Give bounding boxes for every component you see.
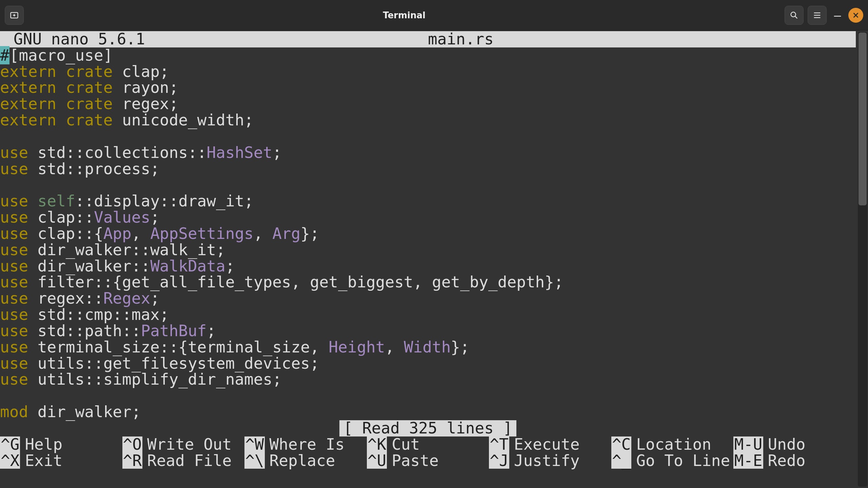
help-row-2: ^XExit ^RRead File ^\Replace ^UPaste ^JJ… [0, 453, 856, 469]
help-location: ^CLocation [611, 436, 734, 453]
window-title: Terminal [24, 10, 785, 20]
nano-status-text: [ Read 325 lines ] [339, 420, 517, 436]
help-row-1: ^GHelp ^OWrite Out ^WWhere Is ^KCut ^TEx… [0, 436, 856, 453]
help-paste: ^UPaste [367, 453, 489, 469]
help-execute: ^TExecute [489, 436, 611, 453]
svg-line-4 [795, 16, 797, 18]
help-writeout: ^OWrite Out [122, 436, 245, 453]
menu-button[interactable] [808, 6, 827, 25]
nano-status-line: [ Read 325 lines ] [0, 420, 856, 436]
terminal-viewport[interactable]: GNU nano 5.6.1 main.rs #[macro_use] exte… [0, 30, 868, 488]
scrollbar-thumb[interactable] [859, 33, 867, 205]
nano-filename: main.rs [428, 31, 494, 47]
help-gotoline: ^_Go To Line [611, 453, 734, 469]
nano-header: GNU nano 5.6.1 main.rs [0, 31, 856, 47]
help-help: ^GHelp [0, 436, 122, 453]
hamburger-icon [812, 11, 822, 20]
nano-help-bar: ^GHelp ^OWrite Out ^WWhere Is ^KCut ^TEx… [0, 436, 856, 469]
help-replace: ^\Replace [244, 453, 367, 469]
help-exit: ^XExit [0, 453, 122, 469]
svg-point-3 [791, 12, 796, 17]
help-whereis: ^WWhere Is [244, 436, 367, 453]
new-tab-icon [9, 11, 19, 20]
new-tab-button[interactable] [5, 6, 24, 25]
nano-version: GNU nano 5.6.1 [1, 31, 428, 47]
scrollbar[interactable] [858, 32, 867, 487]
minimize-button[interactable]: – [831, 8, 844, 22]
close-button[interactable] [848, 8, 863, 23]
help-undo: M-UUndo [733, 436, 856, 453]
close-icon [852, 12, 860, 19]
cursor: # [0, 46, 9, 64]
editor-content[interactable]: #[macro_use] extern crate clap; extern c… [0, 47, 856, 420]
help-cut: ^KCut [367, 436, 489, 453]
help-justify: ^JJustify [489, 453, 611, 469]
search-button[interactable] [785, 6, 804, 25]
search-icon [789, 11, 799, 20]
terminal-window: Terminal – GNU nano 5.6.1 main.rs #[macr… [0, 0, 868, 488]
help-readfile: ^RRead File [122, 453, 245, 469]
help-redo: M-ERedo [733, 453, 856, 469]
titlebar: Terminal – [0, 0, 868, 30]
